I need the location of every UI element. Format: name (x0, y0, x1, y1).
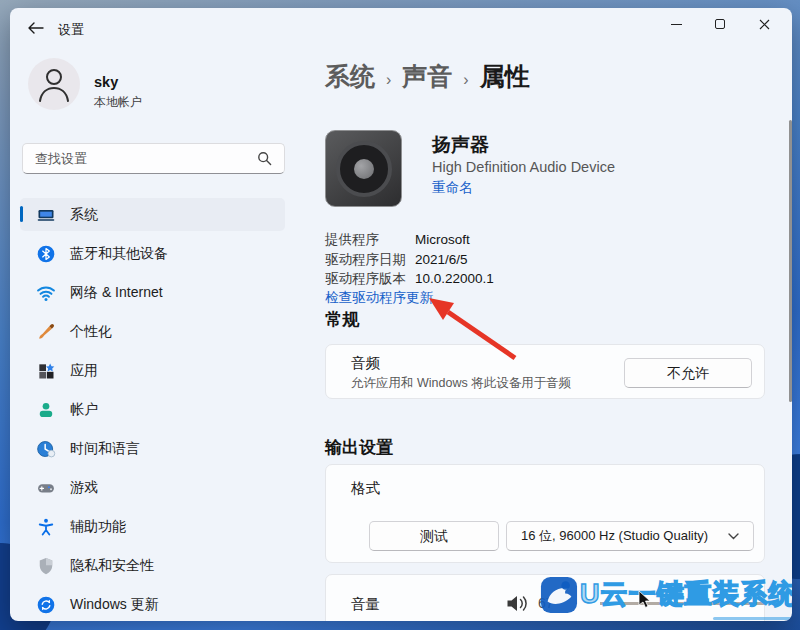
format-select[interactable]: 16 位, 96000 Hz (Studio Quality) (506, 521, 754, 551)
sidebar-item-label: 游戏 (70, 479, 98, 497)
sidebar-nav: 系统 蓝牙和其他设备 网络 & Internet 个性化 应用 (20, 198, 285, 621)
volume-value: 67 (538, 595, 554, 611)
brush-icon (36, 322, 56, 342)
chevron-right-icon: › (463, 71, 468, 93)
sidebar-item-privacy-security[interactable]: 隐私和安全性 (20, 549, 285, 582)
sidebar-item-label: 隐私和安全性 (70, 557, 154, 575)
sidebar-item-time-language[interactable]: 时间和语言 (20, 432, 285, 465)
bluetooth-icon (36, 244, 56, 264)
scrollbar[interactable] (789, 120, 792, 402)
close-icon (759, 19, 770, 30)
sidebar-item-bluetooth-devices[interactable]: 蓝牙和其他设备 (20, 237, 285, 270)
sidebar-item-accessibility[interactable]: 辅助功能 (20, 510, 285, 543)
back-arrow-icon (26, 19, 46, 37)
device-name: 扬声器 (432, 132, 489, 158)
chevron-right-icon: › (386, 71, 391, 93)
driver-version-row: 驱动程序版本 10.0.22000.1 (325, 269, 494, 289)
avatar[interactable] (28, 58, 80, 110)
device-description: High Definition Audio Device (432, 159, 615, 175)
test-button[interactable]: 测试 (369, 521, 499, 551)
minimize-icon (671, 24, 682, 25)
sidebar-item-label: 个性化 (70, 323, 112, 341)
minimize-button[interactable] (654, 8, 698, 40)
speaker-dot (354, 159, 374, 179)
wifi-icon (36, 283, 56, 303)
audio-card-subtitle: 允许应用和 Windows 将此设备用于音频 (351, 375, 571, 392)
sidebar-item-network[interactable]: 网络 & Internet (20, 276, 285, 309)
speaker-volume-icon (506, 595, 530, 616)
sidebar-item-system[interactable]: 系统 (20, 198, 285, 231)
desktop: { "colors": { "accent": "#0067c0", "link… (0, 0, 800, 630)
driver-version-value: 10.0.22000.1 (415, 269, 494, 289)
audio-card: 音频 允许应用和 Windows 将此设备用于音频 不允许 (325, 344, 765, 399)
driver-info: 提供程序 Microsoft 驱动程序日期 2021/6/5 驱动程序版本 10… (325, 230, 494, 289)
output-section-title: 输出设置 (325, 436, 393, 459)
sidebar-item-label: 网络 & Internet (70, 284, 163, 302)
sidebar-item-apps[interactable]: 应用 (20, 354, 285, 387)
speaker-device-image (325, 130, 402, 207)
window-title: 设置 (58, 21, 84, 39)
sidebar-item-accounts[interactable]: 帐户 (20, 393, 285, 426)
audio-card-title: 音频 (351, 354, 380, 373)
driver-provider-value: Microsoft (415, 230, 470, 250)
volume-slider[interactable] (600, 602, 765, 605)
sidebar-item-label: 帐户 (70, 401, 98, 419)
volume-card-title: 音量 (351, 595, 380, 614)
search-icon (257, 151, 272, 166)
speaker-ring (336, 141, 392, 197)
annotation-arrow (415, 288, 535, 373)
sidebar-item-label: 系统 (70, 206, 98, 224)
driver-date-value: 2021/6/5 (415, 250, 468, 270)
driver-date-row: 驱动程序日期 2021/6/5 (325, 250, 494, 270)
window-controls (654, 8, 786, 40)
breadcrumb-sound[interactable]: 声音 (402, 60, 452, 93)
person-icon (36, 400, 56, 420)
sidebar-item-label: Windows 更新 (70, 596, 159, 614)
driver-version-label: 驱动程序版本 (325, 269, 415, 289)
settings-window: 设置 sky 本地帐户 系统 (10, 8, 792, 621)
sidebar-item-label: 应用 (70, 362, 98, 380)
sidebar-item-personalization[interactable]: 个性化 (20, 315, 285, 348)
update-icon (36, 595, 56, 615)
person-outline-icon (28, 58, 80, 110)
sidebar-item-label: 时间和语言 (70, 440, 140, 458)
driver-provider-label: 提供程序 (325, 230, 415, 250)
accessibility-icon (36, 517, 56, 537)
breadcrumb: 系统 › 声音 › 属性 (325, 60, 530, 93)
sidebar-item-label: 辅助功能 (70, 518, 126, 536)
rename-link[interactable]: 重命名 (432, 179, 473, 197)
gamepad-icon (36, 478, 56, 498)
close-button[interactable] (742, 8, 786, 40)
driver-date-label: 驱动程序日期 (325, 250, 415, 270)
maximize-button[interactable] (698, 8, 742, 40)
driver-provider-row: 提供程序 Microsoft (325, 230, 494, 250)
sidebar-item-label: 蓝牙和其他设备 (70, 245, 168, 263)
back-button[interactable] (26, 19, 46, 37)
breadcrumb-properties: 属性 (480, 60, 530, 93)
search-box[interactable] (22, 143, 285, 174)
format-card: 格式 测试 16 位, 96000 Hz (Studio Quality) (325, 464, 765, 563)
user-account-type: 本地帐户 (94, 94, 142, 111)
chevron-down-icon (728, 533, 739, 540)
clock-icon (36, 439, 56, 459)
apps-icon (36, 361, 56, 381)
maximize-icon (715, 19, 725, 29)
shield-icon (36, 556, 56, 576)
search-input[interactable] (35, 151, 257, 166)
format-select-value: 16 位, 96000 Hz (Studio Quality) (521, 527, 728, 545)
selected-accent-bar (20, 206, 23, 222)
sidebar-item-windows-update[interactable]: Windows 更新 (20, 588, 285, 621)
format-card-title: 格式 (351, 479, 380, 498)
breadcrumb-system[interactable]: 系统 (325, 60, 375, 93)
sidebar-item-gaming[interactable]: 游戏 (20, 471, 285, 504)
general-section-title: 常规 (325, 308, 359, 331)
disallow-button[interactable]: 不允许 (624, 358, 752, 388)
user-name: sky (94, 74, 118, 90)
display-icon (36, 205, 56, 225)
mouse-cursor (638, 590, 651, 609)
volume-card: 音量 67 (325, 574, 765, 621)
